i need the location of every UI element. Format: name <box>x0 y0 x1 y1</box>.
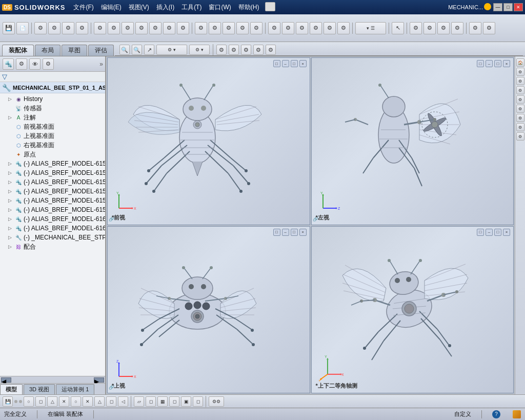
right-icon-4[interactable]: ⚙ <box>516 95 524 104</box>
view-button[interactable]: 👁 <box>29 58 41 70</box>
vp-top-icon-2[interactable]: – <box>282 229 289 236</box>
viewport-top[interactable]: □ – □ × <box>107 226 310 394</box>
toolbar-btn-28[interactable]: ⚙ <box>469 22 481 34</box>
toolbar-btn-8[interactable]: ⚙ <box>135 22 148 34</box>
expand-icon[interactable]: » <box>99 61 103 68</box>
bottom-btn-2[interactable]: ◻ <box>35 396 46 407</box>
toolbar-btn-29[interactable]: ⚙ <box>483 22 495 34</box>
toolbar-btn-21[interactable]: ⚙ <box>324 22 336 34</box>
bottom-btn-8[interactable]: ◻ <box>106 396 116 407</box>
bottom-btn-13[interactable]: ◻ <box>169 396 179 407</box>
toolbar-btn-17[interactable]: ⚙ <box>268 22 280 34</box>
toolbar-btn-18[interactable]: ⚙ <box>282 22 294 34</box>
vp-btn-1[interactable]: 🔍 <box>119 45 130 55</box>
tree-item-part-61586[interactable]: ▷ 🔩 (-) ALIAS_BREF_MODEL-61586 <box>0 168 105 177</box>
menu-tools[interactable]: 工具(T) <box>178 2 205 13</box>
viewport-left[interactable]: □ – □ × <box>311 57 514 225</box>
vp-top-close[interactable]: × <box>299 229 307 236</box>
menu-file[interactable]: 文件(F) <box>70 2 96 13</box>
vp-btn-10[interactable]: ⚙ <box>266 45 276 55</box>
tree-item-sensor[interactable]: 📡 传感器 <box>0 104 105 113</box>
right-icon-home[interactable]: 🏠 <box>516 58 524 67</box>
vp-front-icon-2[interactable]: – <box>282 60 289 67</box>
scroll-left[interactable]: ◀ <box>1 377 11 383</box>
toolbar-btn-11[interactable]: ⚙ <box>177 22 189 34</box>
viewport-front[interactable]: □ – □ × <box>107 57 310 225</box>
h-scrollbar[interactable]: ◀ ▶ <box>0 376 105 383</box>
bottom-btn-15[interactable]: ◻ <box>193 396 203 407</box>
menu-help[interactable]: 帮助(H) <box>235 2 262 13</box>
tree-item-top-plane[interactable]: ⬡ 上视基准面 <box>0 131 105 141</box>
toolbar-btn-19[interactable]: ⚙ <box>296 22 308 34</box>
vp-left-icon-2[interactable]: – <box>486 60 493 67</box>
toolbar-btn-26[interactable]: ⚙ <box>437 22 450 34</box>
bottom-btn-1[interactable]: ○ <box>24 396 34 407</box>
bottom-btn-6[interactable]: ✕ <box>83 396 93 407</box>
vp-left-close[interactable]: × <box>503 60 510 67</box>
toolbar-btn-1[interactable]: ⚙ <box>34 22 47 34</box>
tree-item-part-61585[interactable]: ▷ 🔩 (-) ALIAS_BREF_MODEL-61585 <box>0 159 105 168</box>
vp-left-icon-3[interactable]: □ <box>494 60 501 67</box>
toolbar-btn-4[interactable]: ⚙ <box>76 22 88 34</box>
toolbar-btn-27[interactable]: ⚙ <box>451 22 463 34</box>
vp-left-icon-1[interactable]: □ <box>477 60 484 67</box>
vp-btn-2[interactable]: 🔍 <box>132 45 142 55</box>
vp-btn-4[interactable]: ⚙ ▾ <box>156 45 187 55</box>
scroll-right[interactable]: ▶ <box>94 377 104 383</box>
tree-item-annotation[interactable]: ▷ A 注解 <box>0 113 105 122</box>
toolbar-btn-10[interactable]: ⚙ <box>163 22 175 34</box>
right-icon-6[interactable]: ⚙ <box>516 114 524 122</box>
tree-item-part-61595[interactable]: ▷ 🔩 (-) ALIAS_BREF_MODEL-61595 <box>0 196 105 205</box>
toolbar-btn-23[interactable]: ▾ ☰ <box>355 22 386 34</box>
menu-window[interactable]: 窗口(W) <box>206 2 234 13</box>
vp-btn-6[interactable]: ⚙ <box>216 45 227 55</box>
bottom-btn-3[interactable]: △ <box>47 396 57 407</box>
tree-root[interactable]: 🔧 MECHANICAL_BEE_STP_01_1_ASM <box>0 82 105 93</box>
toolbar-btn-24[interactable]: ⚙ <box>410 22 422 34</box>
tree-item-part-61601[interactable]: ▷ 🔩 (-) ALIAS_BREF_MODEL-61601 <box>0 214 105 224</box>
tree-item-part-61604[interactable]: ▷ 🔩 (-) ALIAS_BREF_MODEL-61604 <box>0 224 105 233</box>
toolbar-btn-22[interactable]: ⚙ <box>337 22 350 34</box>
tab-assembly[interactable]: 装配体 <box>2 45 34 56</box>
vp-top-icon-3[interactable]: □ <box>291 229 298 236</box>
vp-btn-7[interactable]: ⚙ <box>229 45 239 55</box>
tree-item-part-61596[interactable]: ▷ 🔩 (-) ALIAS_BREF_MODEL-61596 <box>0 205 105 214</box>
tree-item-front-plane[interactable]: ⬡ 前视基准面 <box>0 122 105 131</box>
right-icon-8[interactable]: ⚙ <box>516 132 524 141</box>
tree-item-origin[interactable]: ✦ 原点 <box>0 150 105 159</box>
left-tab-3dview[interactable]: 3D 视图 <box>24 384 55 394</box>
help-icon[interactable] <box>484 3 491 10</box>
bottom-btn-9[interactable]: ◁ <box>118 396 128 407</box>
close-button[interactable]: ✕ <box>514 3 523 11</box>
vp-front-icon-3[interactable]: □ <box>291 60 298 67</box>
tab-layout[interactable]: 布局 <box>35 45 60 56</box>
tab-sketch[interactable]: 草图 <box>62 45 87 56</box>
right-icon-3[interactable]: ⚙ <box>516 86 524 94</box>
tree-item-right-plane[interactable]: ⬡ 右视基准面 <box>0 141 105 150</box>
save-button[interactable]: 💾 <box>3 22 15 34</box>
maximize-button[interactable]: □ <box>503 3 513 11</box>
toolbar-btn-20[interactable]: ⚙ <box>310 22 322 34</box>
bottom-btn-5[interactable]: ○ <box>71 396 81 407</box>
tree-item-part-61592[interactable]: ▷ 🔩 (-) ALIAS_BREF_MODEL-61592 <box>0 187 105 196</box>
left-tab-motion[interactable]: 运动算例 1 <box>56 384 94 394</box>
tree-item-history[interactable]: ▷ ◉ History <box>0 94 105 104</box>
vp-btn-3[interactable]: ↗ <box>144 45 154 55</box>
tree-item-part-61587[interactable]: ▷ 🔩 (-) ALIAS_BREF_MODEL-61587 <box>0 177 105 187</box>
menu-insert[interactable]: 插入(I) <box>153 2 177 13</box>
tree-item-part-mech[interactable]: ▷ 🔧 (-) _MECHANICAL_BEE_STP_01 <box>0 233 105 242</box>
vp-iso-icon-3[interactable]: □ <box>494 229 501 236</box>
vp-iso-icon-2[interactable]: – <box>486 229 493 236</box>
vp-iso-close[interactable]: × <box>503 229 510 236</box>
smart-button[interactable]: ⚙ <box>16 58 27 70</box>
right-icon-5[interactable]: ⚙ <box>516 105 524 113</box>
toolbar-btn-5[interactable]: ⚙ <box>94 22 106 34</box>
toolbar-btn-13[interactable]: ⚙ <box>209 22 221 34</box>
right-icon-2[interactable]: ⚙ <box>516 77 524 85</box>
bottom-btn-16[interactable]: ⚙⚙ <box>209 396 224 407</box>
cursor-button[interactable]: ↖ <box>392 22 404 34</box>
vp-btn-8[interactable]: ⚙ <box>241 45 251 55</box>
bottom-btn-14[interactable]: ▣ <box>181 396 191 407</box>
search-button[interactable] <box>265 2 275 11</box>
vp-btn-9[interactable]: ⚙ <box>253 45 264 55</box>
